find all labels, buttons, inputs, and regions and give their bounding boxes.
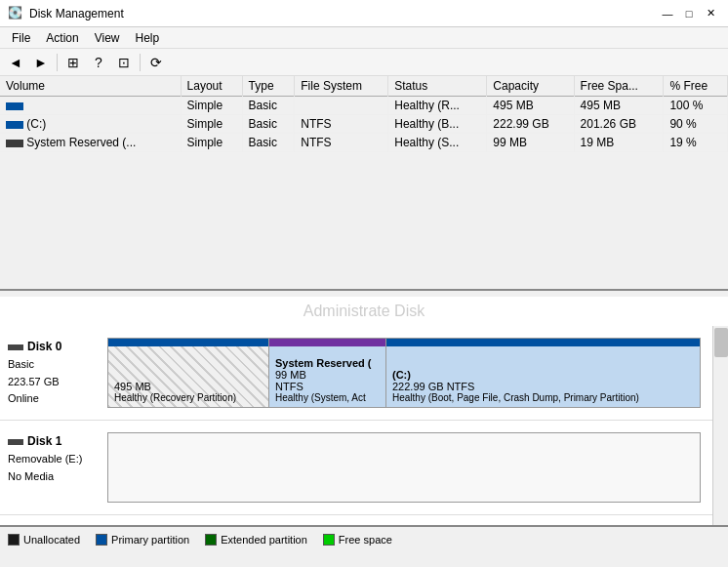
table-cell-capacity-2: 99 MB (487, 134, 574, 152)
col-layout[interactable]: Layout (181, 76, 242, 97)
disk-row-0: Disk 0 Basic 223.57 GB Online 495 MB Hea… (0, 334, 728, 412)
volume-table-area: Volume Layout Type File System Status Ca… (0, 76, 728, 291)
table-cell-layout-0: Simple (181, 97, 242, 115)
legend-unallocated-box (8, 534, 20, 546)
col-filesystem[interactable]: File System (295, 76, 388, 97)
disk0-id: Disk 0 (27, 338, 61, 356)
menu-action[interactable]: Action (38, 29, 86, 47)
disk-section-1: Disk 1 Removable (E:) No Media (0, 421, 728, 515)
maximize-button[interactable]: □ (679, 4, 699, 23)
menu-file[interactable]: File (4, 29, 38, 47)
volume-bar-icon (6, 102, 23, 110)
partition-recovery-topbar (108, 339, 268, 346)
legend-extended-label: Extended partition (221, 534, 307, 546)
toolbar-help[interactable]: ? (87, 52, 110, 73)
table-cell-free_space-1: 201.26 GB (574, 115, 664, 134)
disk0-status: Online (8, 390, 100, 408)
disk0-type: Basic (8, 356, 100, 374)
toolbar-grid[interactable]: ⊞ (61, 52, 85, 73)
title-bar: 💽 Disk Management — □ ✕ (0, 0, 728, 27)
partition-system-size: 99 MB (275, 369, 380, 381)
partition-recovery[interactable]: 495 MB Healthy (Recovery Partition) (108, 339, 269, 407)
col-percent-free[interactable]: % Free (664, 76, 728, 97)
table-cell-percent_free-2: 19 % (664, 134, 728, 152)
table-cell-percent_free-1: 90 % (664, 115, 728, 134)
disk-view-wrapper: Administrate Disk Disk 0 Basic 223.57 GB… (0, 297, 728, 552)
partition-system-fs: NTFS (275, 381, 380, 392)
table-cell-type-0: Basic (242, 97, 295, 115)
table-cell-capacity-1: 222.99 GB (487, 115, 574, 134)
table-cell-free_space-0: 495 MB (574, 97, 664, 115)
volume-bar-icon (6, 121, 23, 129)
table-cell-type-2: Basic (242, 134, 295, 152)
table-cell-type-1: Basic (242, 115, 295, 134)
partition-c[interactable]: (C:) 222.99 GB NTFS Healthy (Boot, Page … (386, 339, 700, 407)
window-title: Disk Management (29, 7, 124, 20)
legend-bar: Unallocated Primary partition Extended p… (0, 525, 728, 552)
scrollbar-track[interactable] (712, 326, 728, 552)
watermark-text: Administrate Disk (303, 303, 425, 320)
toolbar-separator-2 (140, 54, 141, 71)
legend-primary-label: Primary partition (111, 534, 189, 546)
partition-system-name: System Reserved ( (275, 357, 380, 369)
col-status[interactable]: Status (388, 76, 487, 97)
table-cell-capacity-0: 495 MB (487, 97, 574, 115)
col-type[interactable]: Type (242, 76, 295, 97)
disk-label-0: Disk 0 Basic 223.57 GB Online (0, 334, 107, 412)
window-controls: — □ ✕ (658, 4, 720, 23)
table-cell-filesystem-1: NTFS (295, 115, 388, 134)
legend-free-label: Free space (339, 534, 392, 546)
minimize-button[interactable]: — (658, 4, 677, 23)
table-row[interactable]: SimpleBasicHealthy (R...495 MB495 MB100 … (0, 97, 728, 115)
legend-unallocated-label: Unallocated (23, 534, 80, 546)
table-cell-layout-2: Simple (181, 134, 242, 152)
partition-recovery-status: Healthy (Recovery Partition) (114, 392, 263, 403)
col-capacity[interactable]: Capacity (487, 76, 574, 97)
legend-extended-box (205, 534, 217, 546)
menu-bar: File Action View Help (0, 27, 728, 49)
legend-primary: Primary partition (96, 534, 189, 546)
disk-section-0: Disk 0 Basic 223.57 GB Online 495 MB Hea… (0, 326, 728, 421)
table-cell-volume-0 (0, 97, 181, 115)
table-cell-status-2: Healthy (S... (388, 134, 487, 152)
table-cell-filesystem-2: NTFS (295, 134, 388, 152)
table-cell-status-1: Healthy (B... (388, 115, 487, 134)
partition-c-status: Healthy (Boot, Page File, Crash Dump, Pr… (392, 392, 694, 403)
close-button[interactable]: ✕ (701, 4, 720, 23)
col-volume[interactable]: Volume (0, 76, 181, 97)
legend-primary-box (96, 534, 107, 546)
table-cell-layout-1: Simple (181, 115, 242, 134)
table-header-row: Volume Layout Type File System Status Ca… (0, 76, 728, 97)
table-cell-status-0: Healthy (R... (388, 97, 487, 115)
toolbar-back[interactable]: ◄ (4, 52, 27, 73)
table-row[interactable]: System Reserved (...SimpleBasicNTFSHealt… (0, 134, 728, 152)
col-free-space[interactable]: Free Spa... (574, 76, 664, 97)
menu-view[interactable]: View (87, 29, 128, 47)
toolbar-forward[interactable]: ► (29, 52, 53, 73)
legend-extended: Extended partition (205, 534, 307, 546)
table-cell-volume-1: (C:) (0, 115, 181, 134)
partition-c-size: 222.99 GB NTFS (392, 381, 694, 392)
toolbar-refresh[interactable]: ⟳ (144, 52, 168, 73)
toolbar-separator-1 (57, 54, 58, 71)
partition-system-topbar (269, 339, 385, 346)
partition-c-name: (C:) (392, 369, 694, 381)
menu-help[interactable]: Help (128, 29, 168, 47)
disk-row-1: Disk 1 Removable (E:) No Media (0, 428, 728, 506)
partition-system-status: Healthy (System, Act (275, 392, 380, 403)
volume-table: Volume Layout Type File System Status Ca… (0, 76, 728, 152)
table-cell-percent_free-0: 100 % (664, 97, 728, 115)
volume-bar-icon (6, 140, 23, 147)
partition-system[interactable]: System Reserved ( 99 MB NTFS Healthy (Sy… (269, 339, 386, 407)
partition-recovery-size: 495 MB (114, 381, 263, 392)
legend-free: Free space (323, 534, 392, 546)
disk1-partitions (107, 432, 701, 503)
disk-view-area: Disk 0 Basic 223.57 GB Online 495 MB Hea… (0, 326, 728, 552)
toolbar-properties[interactable]: ⊡ (112, 52, 136, 73)
table-cell-free_space-2: 19 MB (574, 134, 664, 152)
disk1-type: Removable (E:) (8, 451, 100, 468)
scrollbar-thumb[interactable] (714, 328, 728, 357)
partition-c-topbar (386, 339, 700, 346)
disk0-icon (8, 344, 23, 350)
table-row[interactable]: (C:)SimpleBasicNTFSHealthy (B...222.99 G… (0, 115, 728, 134)
